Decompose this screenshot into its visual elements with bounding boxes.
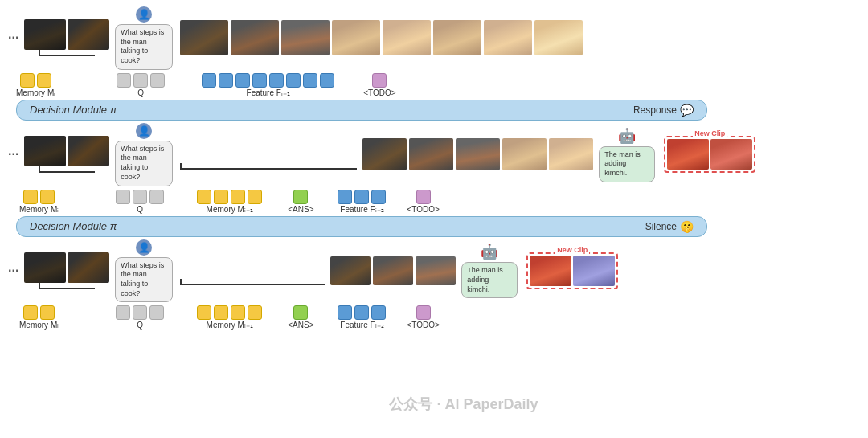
video-thumb-2-7 [549,138,593,170]
video-thumb-1-1 [24,19,66,50]
q-tokens-2: Q [116,188,164,214]
question-bubble-2: What steps is the man taking to cook? [115,141,173,186]
memory-tokens-2: Memory Mᵢ [19,188,59,214]
token-row-1: Memory Mᵢ Q [8,72,860,97]
token-row-3: Memory Mᵢ Q Memory Mᵢ₊₁ [8,304,860,330]
silence-label-2: Silence 🤫 [645,220,694,233]
memory-i1-tokens-3: Memory Mᵢ₊₁ [197,304,262,330]
new-clip-3: New Clip [526,252,618,289]
video-thumb-2-nc2 [710,139,752,170]
todo-tokens-1: <TODO> [363,72,395,97]
video-thumb-1-10 [534,20,583,55]
video-thumb-3-nc2 [573,256,615,286]
main-container: ··· 👤 What steps is the man taking to co… [0,0,868,438]
todo-label-2: <TODO> [407,205,439,214]
q-tokens-1: Q [117,72,165,97]
decision-bar-2: Decision Module π Silence 🤫 [16,216,707,237]
video-thumb-1-6 [332,20,380,55]
todo-label-3: <TODO> [407,321,439,330]
memory-i1-label-2: Memory Mᵢ₊₁ [207,205,253,214]
ans-tokens-3: <ANS> [288,304,313,330]
video-thumb-3-nc1 [530,256,571,286]
feature-label-1: Feature Fᵢ₊₁ [247,88,290,97]
memory-label-1: Memory Mᵢ [16,88,55,97]
q-label-1: Q [137,88,144,97]
video-thumb-1-3 [180,20,228,55]
memory-i-label-2: Memory Mᵢ [19,205,59,214]
todo-label-1: <TODO> [363,88,395,97]
token-row-2: Memory Mᵢ Q Memory Mᵢ₊₁ [8,188,860,214]
q-tokens-3: Q [116,304,164,330]
section-1: ··· 👤 What steps is the man taking to co… [8,6,860,121]
video-thumb-2-2 [68,136,109,166]
video-strip-3: ··· 👤 What steps is the man taking to co… [8,239,860,303]
video-thumb-3-2 [68,252,109,283]
token-gray-q3 [150,73,165,88]
memory-i1-label-3: Memory Mᵢ₊₁ [207,321,253,330]
video-thumb-3-4 [373,256,413,285]
q-label-2: Q [137,205,143,214]
question-bubble-3: What steps is the man taking to cook? [115,257,173,303]
video-thumb-1-8 [433,20,481,55]
feature-label-2: Feature Fᵢ₊₂ [340,205,383,214]
video-strip-1: ··· 👤 What steps is the man taking to co… [8,6,860,70]
ans-label-2: <ANS> [288,205,313,214]
new-clip-label-3: New Clip [555,246,589,254]
feature-tokens-3: Feature Fᵢ₊₂ [338,304,386,330]
memory-tokens-3: Memory Mᵢ [19,304,59,330]
dots-1: ··· [8,31,18,45]
video-thumb-2-4 [409,138,453,170]
token-yellow-1 [20,73,35,88]
video-thumb-1-9 [484,20,532,55]
video-thumb-1-5 [281,20,330,55]
video-thumb-1-2 [68,19,109,50]
feature-label-3: Feature Fᵢ₊₂ [340,321,383,330]
decision-module-label-2: Decision Module π [30,220,117,232]
memory-tokens-1: Memory Mᵢ [16,72,55,97]
feature-tokens-1: Feature Fᵢ₊₁ [202,72,334,97]
video-thumb-3-5 [416,256,456,285]
robot-response-3: 🤖 The man is adding kimchi. [461,243,518,298]
new-clip-2: New Clip [664,136,755,173]
response-bubble-3: The man is adding kimchi. [461,262,518,298]
section-2: ··· 👤 What steps is the man taking to co… [8,123,860,237]
new-clip-label-2: New Clip [693,129,727,137]
section-3: ··· 👤 What steps is the man taking to co… [8,239,860,330]
decision-module-label-1: Decision Module π [30,104,117,116]
token-yellow-2 [37,73,51,88]
token-gray-q2 [133,73,148,88]
video-thumb-1-7 [383,20,431,55]
video-thumb-3-1 [24,252,66,283]
video-thumb-3-3 [330,256,371,285]
memory-i1-tokens-2: Memory Mᵢ₊₁ [197,188,262,214]
token-gray-q1 [117,73,131,88]
dots-3: ··· [8,264,18,278]
robot-response-2: 🤖 The man is adding kimchi. [599,127,655,182]
todo-tokens-3: <TODO> [407,304,439,330]
memory-i-label-3: Memory Mᵢ [19,321,59,330]
todo-tokens-2: <TODO> [407,188,439,214]
watermark: 公众号 · AI PaperDaily [389,395,538,414]
video-thumb-2-5 [456,138,500,170]
video-strip-2: ··· 👤 What steps is the man taking to co… [8,123,860,186]
ans-tokens-2: <ANS> [288,188,313,214]
video-thumb-2-nc1 [667,139,709,170]
decision-bar-1: Decision Module π Response 💬 [16,100,707,121]
ans-label-3: <ANS> [288,321,313,330]
video-thumb-2-6 [502,138,547,170]
response-label-1: Response 💬 [633,104,694,117]
video-thumb-2-3 [362,138,407,170]
dots-2: ··· [8,147,18,162]
video-thumb-2-1 [24,136,66,166]
video-thumb-1-4 [231,20,279,55]
feature-tokens-2: Feature Fᵢ₊₂ [338,188,386,214]
q-label-3: Q [137,321,143,330]
response-bubble-2: The man is adding kimchi. [599,146,655,182]
question-bubble-1: What steps is the man taking to cook? [115,24,173,70]
